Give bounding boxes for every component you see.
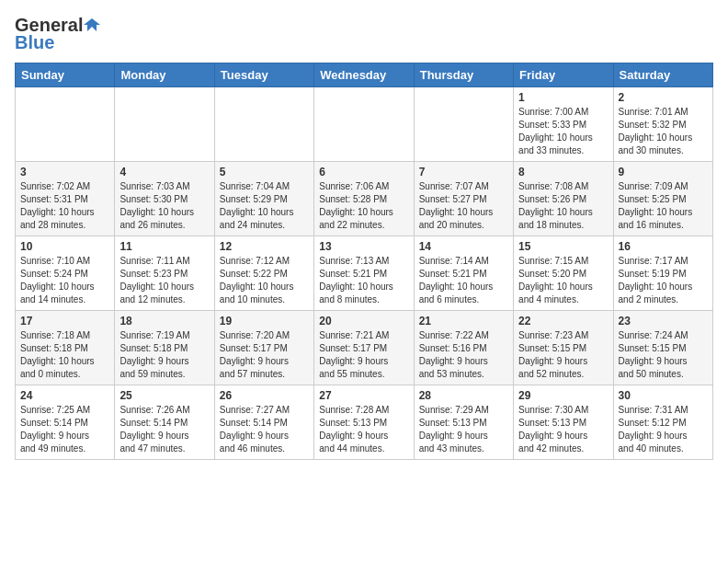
day-cell: 4Sunrise: 7:03 AM Sunset: 5:30 PM Daylig… bbox=[115, 162, 214, 236]
day-cell: 15Sunrise: 7:15 AM Sunset: 5:20 PM Dayli… bbox=[514, 236, 613, 311]
day-info: Sunrise: 7:22 AM Sunset: 5:16 PM Dayligh… bbox=[419, 329, 508, 381]
day-number: 10 bbox=[20, 240, 109, 253]
day-info: Sunrise: 7:09 AM Sunset: 5:25 PM Dayligh… bbox=[619, 180, 708, 232]
day-info: Sunrise: 7:12 AM Sunset: 5:22 PM Dayligh… bbox=[220, 255, 309, 306]
week-row-5: 24Sunrise: 7:25 AM Sunset: 5:14 PM Dayli… bbox=[16, 385, 713, 460]
day-number: 11 bbox=[119, 240, 209, 253]
day-info: Sunrise: 7:00 AM Sunset: 5:33 PM Dayligh… bbox=[518, 106, 608, 157]
day-cell: 20Sunrise: 7:21 AM Sunset: 5:17 PM Dayli… bbox=[314, 311, 414, 385]
day-number: 3 bbox=[20, 166, 109, 178]
weekday-tuesday: Tuesday bbox=[214, 63, 313, 87]
day-cell bbox=[214, 87, 313, 162]
day-info: Sunrise: 7:10 AM Sunset: 5:24 PM Dayligh… bbox=[20, 255, 109, 306]
day-info: Sunrise: 7:06 AM Sunset: 5:28 PM Dayligh… bbox=[319, 180, 408, 232]
day-number: 8 bbox=[518, 166, 608, 178]
day-cell: 1Sunrise: 7:00 AM Sunset: 5:33 PM Daylig… bbox=[514, 87, 613, 162]
day-info: Sunrise: 7:30 AM Sunset: 5:13 PM Dayligh… bbox=[518, 404, 608, 455]
day-info: Sunrise: 7:13 AM Sunset: 5:21 PM Dayligh… bbox=[319, 255, 408, 306]
day-cell: 27Sunrise: 7:28 AM Sunset: 5:13 PM Dayli… bbox=[314, 385, 414, 460]
day-info: Sunrise: 7:24 AM Sunset: 5:15 PM Dayligh… bbox=[619, 329, 708, 381]
day-number: 9 bbox=[619, 166, 708, 178]
day-info: Sunrise: 7:15 AM Sunset: 5:20 PM Dayligh… bbox=[518, 255, 608, 306]
day-number: 7 bbox=[419, 166, 508, 178]
weekday-friday: Friday bbox=[514, 63, 613, 87]
weekday-saturday: Saturday bbox=[613, 63, 712, 87]
day-cell: 29Sunrise: 7:30 AM Sunset: 5:13 PM Dayli… bbox=[514, 385, 613, 460]
day-cell: 8Sunrise: 7:08 AM Sunset: 5:26 PM Daylig… bbox=[514, 162, 613, 236]
week-row-3: 10Sunrise: 7:10 AM Sunset: 5:24 PM Dayli… bbox=[16, 236, 713, 311]
day-cell bbox=[414, 87, 513, 162]
day-cell: 22Sunrise: 7:23 AM Sunset: 5:15 PM Dayli… bbox=[514, 311, 613, 385]
day-cell: 26Sunrise: 7:27 AM Sunset: 5:14 PM Dayli… bbox=[214, 385, 313, 460]
day-number: 21 bbox=[419, 315, 508, 327]
weekday-header-row: SundayMondayTuesdayWednesdayThursdayFrid… bbox=[16, 63, 713, 87]
day-info: Sunrise: 7:19 AM Sunset: 5:18 PM Dayligh… bbox=[119, 329, 209, 381]
day-info: Sunrise: 7:18 AM Sunset: 5:18 PM Dayligh… bbox=[20, 329, 109, 381]
day-number: 18 bbox=[119, 315, 209, 327]
day-info: Sunrise: 7:01 AM Sunset: 5:32 PM Dayligh… bbox=[619, 106, 708, 157]
day-info: Sunrise: 7:28 AM Sunset: 5:13 PM Dayligh… bbox=[319, 404, 408, 455]
day-cell: 14Sunrise: 7:14 AM Sunset: 5:21 PM Dayli… bbox=[414, 236, 513, 311]
day-number: 22 bbox=[518, 315, 608, 327]
day-cell: 21Sunrise: 7:22 AM Sunset: 5:16 PM Dayli… bbox=[414, 311, 513, 385]
day-number: 2 bbox=[619, 91, 708, 104]
day-number: 29 bbox=[518, 389, 608, 402]
day-number: 30 bbox=[619, 389, 708, 402]
day-number: 25 bbox=[119, 389, 209, 402]
logo-blue: Blue bbox=[15, 32, 54, 53]
day-cell: 10Sunrise: 7:10 AM Sunset: 5:24 PM Dayli… bbox=[16, 236, 115, 311]
day-cell: 2Sunrise: 7:01 AM Sunset: 5:32 PM Daylig… bbox=[613, 87, 712, 162]
day-number: 16 bbox=[619, 240, 708, 253]
day-number: 24 bbox=[20, 389, 109, 402]
day-cell bbox=[314, 87, 414, 162]
day-info: Sunrise: 7:03 AM Sunset: 5:30 PM Dayligh… bbox=[119, 180, 209, 232]
day-number: 19 bbox=[220, 315, 309, 327]
day-cell: 16Sunrise: 7:17 AM Sunset: 5:19 PM Dayli… bbox=[613, 236, 712, 311]
day-info: Sunrise: 7:04 AM Sunset: 5:29 PM Dayligh… bbox=[220, 180, 309, 232]
day-number: 12 bbox=[220, 240, 309, 253]
day-info: Sunrise: 7:26 AM Sunset: 5:14 PM Dayligh… bbox=[119, 404, 209, 455]
day-cell: 9Sunrise: 7:09 AM Sunset: 5:25 PM Daylig… bbox=[613, 162, 712, 236]
day-cell: 3Sunrise: 7:02 AM Sunset: 5:31 PM Daylig… bbox=[16, 162, 115, 236]
day-cell: 7Sunrise: 7:07 AM Sunset: 5:27 PM Daylig… bbox=[414, 162, 513, 236]
day-info: Sunrise: 7:14 AM Sunset: 5:21 PM Dayligh… bbox=[419, 255, 508, 306]
day-number: 13 bbox=[319, 240, 408, 253]
day-cell: 24Sunrise: 7:25 AM Sunset: 5:14 PM Dayli… bbox=[16, 385, 115, 460]
day-number: 20 bbox=[319, 315, 408, 327]
day-number: 15 bbox=[518, 240, 608, 253]
page: General Blue SundayMondayTuesdayWednesda… bbox=[0, 0, 728, 469]
logo: General Blue bbox=[15, 15, 100, 53]
logo-bird-icon bbox=[84, 17, 100, 33]
day-number: 23 bbox=[619, 315, 708, 327]
day-info: Sunrise: 7:20 AM Sunset: 5:17 PM Dayligh… bbox=[220, 329, 309, 381]
day-cell: 30Sunrise: 7:31 AM Sunset: 5:12 PM Dayli… bbox=[613, 385, 712, 460]
day-cell: 23Sunrise: 7:24 AM Sunset: 5:15 PM Dayli… bbox=[613, 311, 712, 385]
week-row-4: 17Sunrise: 7:18 AM Sunset: 5:18 PM Dayli… bbox=[16, 311, 713, 385]
day-info: Sunrise: 7:11 AM Sunset: 5:23 PM Dayligh… bbox=[119, 255, 209, 306]
day-number: 26 bbox=[220, 389, 309, 402]
day-cell: 19Sunrise: 7:20 AM Sunset: 5:17 PM Dayli… bbox=[214, 311, 313, 385]
weekday-monday: Monday bbox=[115, 63, 214, 87]
day-cell: 5Sunrise: 7:04 AM Sunset: 5:29 PM Daylig… bbox=[214, 162, 313, 236]
day-info: Sunrise: 7:25 AM Sunset: 5:14 PM Dayligh… bbox=[20, 404, 109, 455]
svg-marker-0 bbox=[84, 18, 100, 31]
day-number: 28 bbox=[419, 389, 508, 402]
day-number: 17 bbox=[20, 315, 109, 327]
week-row-1: 1Sunrise: 7:00 AM Sunset: 5:33 PM Daylig… bbox=[16, 87, 713, 162]
day-number: 6 bbox=[319, 166, 408, 178]
day-cell: 18Sunrise: 7:19 AM Sunset: 5:18 PM Dayli… bbox=[115, 311, 214, 385]
day-info: Sunrise: 7:08 AM Sunset: 5:26 PM Dayligh… bbox=[518, 180, 608, 232]
day-number: 4 bbox=[119, 166, 209, 178]
day-info: Sunrise: 7:29 AM Sunset: 5:13 PM Dayligh… bbox=[419, 404, 508, 455]
day-cell bbox=[115, 87, 214, 162]
weekday-wednesday: Wednesday bbox=[314, 63, 414, 87]
header: General Blue bbox=[15, 15, 713, 53]
day-cell: 12Sunrise: 7:12 AM Sunset: 5:22 PM Dayli… bbox=[214, 236, 313, 311]
calendar: SundayMondayTuesdayWednesdayThursdayFrid… bbox=[15, 63, 713, 460]
day-info: Sunrise: 7:07 AM Sunset: 5:27 PM Dayligh… bbox=[419, 180, 508, 232]
day-cell: 11Sunrise: 7:11 AM Sunset: 5:23 PM Dayli… bbox=[115, 236, 214, 311]
day-number: 27 bbox=[319, 389, 408, 402]
day-info: Sunrise: 7:31 AM Sunset: 5:12 PM Dayligh… bbox=[619, 404, 708, 455]
week-row-2: 3Sunrise: 7:02 AM Sunset: 5:31 PM Daylig… bbox=[16, 162, 713, 236]
day-info: Sunrise: 7:27 AM Sunset: 5:14 PM Dayligh… bbox=[220, 404, 309, 455]
